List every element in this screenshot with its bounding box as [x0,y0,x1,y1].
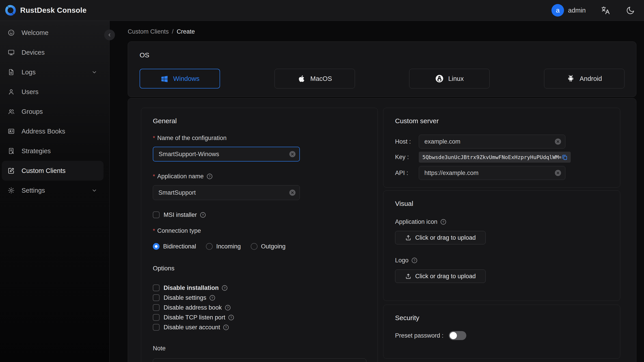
upload-icon [405,273,412,280]
os-button-android[interactable]: Android [544,69,624,88]
clear-icon[interactable] [554,138,561,145]
help-icon[interactable]: ? [222,285,228,291]
sidebar-item-label: Address Books [22,128,65,135]
disable-tcp-listen-port-checkbox[interactable] [153,314,160,321]
note-label: Note [153,344,366,352]
language-icon[interactable] [600,6,610,15]
disable-installation-checkbox[interactable] [153,284,160,291]
radio-incoming[interactable]: Incoming [206,243,241,250]
api-input-wrap [419,166,565,180]
svg-text:?: ? [202,213,204,216]
sidebar-item-groups[interactable]: Groups [2,102,104,122]
api-row: API : [395,166,608,180]
sidebar-item-strategies[interactable]: Strategies [2,141,104,161]
note-textarea[interactable] [153,358,366,362]
help-icon[interactable]: ? [411,257,418,264]
sidebar-item-address-books[interactable]: Address Books [2,122,104,141]
clear-icon[interactable] [289,151,296,158]
strategy-doc-icon [8,148,15,154]
user-name[interactable]: admin [568,7,586,14]
sidebar-item-custom-clients[interactable]: Custom Clients [2,161,104,180]
svg-text:?: ? [224,286,226,290]
sidebar-collapse-button[interactable] [104,30,115,40]
preset-password-label: Preset password : [395,332,444,339]
windows-logo-icon [160,74,169,83]
os-button-windows[interactable]: Windows [140,69,220,88]
upload-button-label: Click or drag to upload [415,273,476,280]
address-book-icon [8,128,15,135]
dark-mode-icon[interactable] [626,6,635,15]
config-name-input-wrap [153,147,300,162]
clear-icon[interactable] [289,189,296,196]
upload-icon [405,234,412,241]
required-asterisk: * [153,227,155,235]
avatar[interactable]: a [552,4,564,16]
host-input[interactable] [419,135,565,148]
right-column: Custom server Host : Key : [383,108,620,362]
radio-bidirectional[interactable]: Bidirectional [153,243,196,250]
sidebar-item-users[interactable]: Users [2,82,104,102]
radio-icon [206,243,213,250]
disable-address-book-checkbox[interactable] [153,304,160,311]
radio-outgoing[interactable]: Outgoing [251,243,286,250]
app-icon-upload-button[interactable]: Click or drag to upload [395,231,486,244]
upload-button-label: Click or drag to upload [415,234,476,241]
sidebar-item-devices[interactable]: Devices [2,42,104,62]
apple-logo-icon [297,74,306,83]
os-button-macos[interactable]: MacOS [274,69,355,88]
help-icon[interactable]: ? [206,173,213,180]
os-section-title: OS [140,51,624,59]
options-list: Disable installation ? Disable settings … [153,283,366,332]
svg-text:?: ? [230,316,232,319]
user-icon [8,88,15,96]
monitor-icon [8,49,15,56]
chevron-down-icon [92,69,97,75]
breadcrumb-parent[interactable]: Custom Clients [128,28,169,36]
sidebar-item-logs[interactable]: Logs [2,62,104,82]
app-name-input-wrap [153,185,300,200]
app-name-input[interactable] [153,185,300,200]
key-row: Key : 5Qbwsde3unUcJBtrx9ZkvUmwFNoExHzpry… [395,152,608,163]
help-icon[interactable]: ? [440,219,446,225]
help-icon[interactable]: ? [224,304,231,311]
client-config-section: General * Name of the configuration * Ap… [128,98,636,362]
sidebar-item-label: Groups [22,108,43,115]
help-icon[interactable]: ? [200,212,206,218]
rustdesk-logo-icon [4,4,16,16]
connection-type-label: * Connection type [153,227,366,235]
android-robot-icon [566,74,575,83]
help-icon[interactable]: ? [209,294,216,301]
svg-text:?: ? [208,174,210,178]
clear-icon[interactable] [554,170,561,176]
option-disable-installation: Disable installation ? [153,283,366,293]
msi-installer-label: MSI installer [164,212,197,218]
api-input[interactable] [419,166,565,180]
svg-text:?: ? [414,258,415,262]
disable-user-account-checkbox[interactable] [153,324,160,331]
copy-icon[interactable] [561,154,568,160]
disable-settings-checkbox[interactable] [153,294,160,301]
visual-title: Visual [395,200,608,208]
general-panel: General * Name of the configuration * Ap… [141,108,378,362]
host-input-wrap [419,135,565,148]
security-title: Security [395,314,608,322]
option-disable-address-book: Disable address book ? [153,303,366,312]
os-button-label: Windows [173,75,200,82]
general-title: General [153,117,366,125]
custom-server-title: Custom server [395,117,608,125]
help-icon[interactable]: ? [228,314,234,321]
os-button-linux[interactable]: Linux [409,69,490,88]
main-content: Custom Clients / Create OS Windows MacOS [110,21,644,362]
config-name-input[interactable] [153,147,300,162]
app-name-label: * Application name ? [153,172,366,180]
options-title: Options [153,264,366,272]
help-icon[interactable]: ? [223,324,229,331]
logo-upload-button[interactable]: Click or drag to upload [395,270,486,283]
sidebar-item-label: Welcome [22,29,48,36]
msi-installer-checkbox[interactable] [153,212,160,218]
key-value: 5Qbwsde3unUcJBtrx9ZkvUmwFNoExHzpryHuPUdq… [422,154,561,160]
sidebar-item-settings[interactable]: Settings [2,180,104,200]
connection-type-group: Bidirectional Incoming Outgoing [153,242,366,251]
sidebar-item-welcome[interactable]: Welcome [2,23,104,42]
preset-password-toggle[interactable] [449,331,466,340]
